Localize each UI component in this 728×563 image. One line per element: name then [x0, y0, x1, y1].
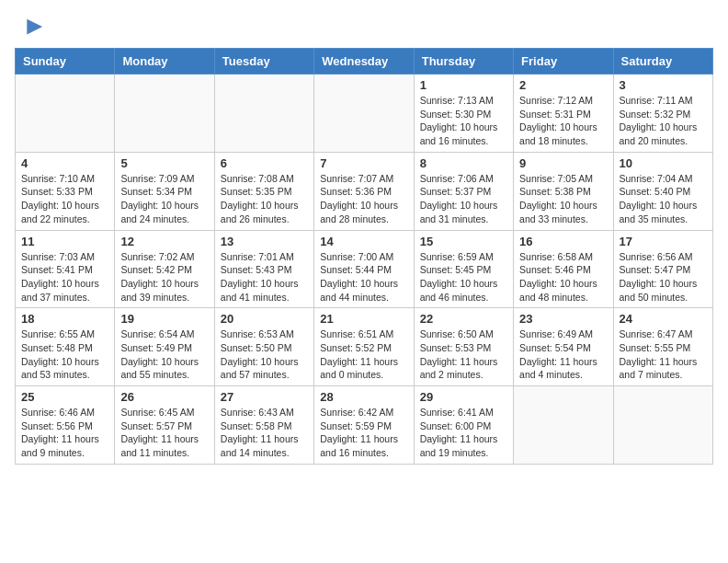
day-number: 6 — [221, 156, 308, 170]
calendar-cell: 1Sunrise: 7:13 AM Sunset: 5:30 PM Daylig… — [414, 75, 513, 153]
day-info: Sunrise: 6:45 AM Sunset: 5:57 PM Dayligh… — [120, 406, 208, 460]
day-info: Sunrise: 7:05 AM Sunset: 5:38 PM Dayligh… — [519, 172, 607, 226]
day-info: Sunrise: 6:58 AM Sunset: 5:46 PM Dayligh… — [519, 250, 607, 304]
calendar-cell: 9Sunrise: 7:05 AM Sunset: 5:38 PM Daylig… — [514, 152, 613, 230]
calendar-week-1: 1Sunrise: 7:13 AM Sunset: 5:30 PM Daylig… — [16, 75, 713, 153]
day-info: Sunrise: 7:12 AM Sunset: 5:31 PM Dayligh… — [519, 94, 607, 148]
day-info: Sunrise: 6:53 AM Sunset: 5:50 PM Dayligh… — [221, 327, 308, 382]
calendar-cell — [16, 75, 115, 153]
calendar-cell: 21Sunrise: 6:51 AM Sunset: 5:52 PM Dayli… — [314, 308, 414, 386]
day-info: Sunrise: 6:50 AM Sunset: 5:53 PM Dayligh… — [420, 327, 507, 382]
day-number: 4 — [21, 156, 108, 170]
calendar-cell — [613, 386, 712, 465]
calendar-cell — [314, 75, 414, 153]
calendar-cell: 28Sunrise: 6:42 AM Sunset: 5:59 PM Dayli… — [314, 386, 414, 465]
calendar-cell: 18Sunrise: 6:55 AM Sunset: 5:48 PM Dayli… — [16, 308, 115, 386]
day-number: 5 — [120, 156, 208, 170]
calendar-cell: 19Sunrise: 6:54 AM Sunset: 5:49 PM Dayli… — [115, 308, 214, 386]
day-info: Sunrise: 7:00 AM Sunset: 5:44 PM Dayligh… — [320, 250, 407, 304]
logo-icon — [18, 15, 44, 40]
calendar-cell: 20Sunrise: 6:53 AM Sunset: 5:50 PM Dayli… — [214, 308, 313, 386]
day-info: Sunrise: 6:55 AM Sunset: 5:48 PM Dayligh… — [21, 327, 108, 382]
calendar-cell: 2Sunrise: 7:12 AM Sunset: 5:31 PM Daylig… — [514, 75, 613, 153]
day-number: 18 — [21, 312, 108, 326]
calendar-cell — [214, 75, 313, 153]
day-number: 14 — [320, 235, 407, 248]
calendar-cell: 16Sunrise: 6:58 AM Sunset: 5:46 PM Dayli… — [514, 230, 613, 308]
day-info: Sunrise: 7:06 AM Sunset: 5:37 PM Dayligh… — [420, 172, 507, 226]
calendar-cell: 25Sunrise: 6:46 AM Sunset: 5:56 PM Dayli… — [16, 386, 115, 465]
calendar-cell: 14Sunrise: 7:00 AM Sunset: 5:44 PM Dayli… — [314, 230, 414, 308]
page-header — [15, 15, 713, 40]
day-info: Sunrise: 6:59 AM Sunset: 5:45 PM Dayligh… — [420, 250, 507, 304]
day-info: Sunrise: 7:10 AM Sunset: 5:33 PM Dayligh… — [21, 172, 108, 226]
calendar-cell: 27Sunrise: 6:43 AM Sunset: 5:58 PM Dayli… — [214, 386, 313, 465]
day-number: 7 — [320, 156, 407, 170]
day-header-sunday: Sunday — [16, 49, 115, 75]
calendar-cell: 13Sunrise: 7:01 AM Sunset: 5:43 PM Dayli… — [214, 230, 313, 308]
calendar-cell: 5Sunrise: 7:09 AM Sunset: 5:34 PM Daylig… — [115, 152, 214, 230]
calendar-header-row: SundayMondayTuesdayWednesdayThursdayFrid… — [16, 49, 713, 75]
calendar-cell: 8Sunrise: 7:06 AM Sunset: 5:37 PM Daylig… — [414, 152, 513, 230]
day-info: Sunrise: 6:54 AM Sunset: 5:49 PM Dayligh… — [120, 327, 208, 382]
calendar-cell: 17Sunrise: 6:56 AM Sunset: 5:47 PM Dayli… — [613, 230, 712, 308]
calendar-cell: 26Sunrise: 6:45 AM Sunset: 5:57 PM Dayli… — [115, 386, 214, 465]
day-number: 25 — [21, 390, 108, 404]
day-info: Sunrise: 6:46 AM Sunset: 5:56 PM Dayligh… — [21, 406, 108, 460]
day-info: Sunrise: 7:04 AM Sunset: 5:40 PM Dayligh… — [620, 172, 707, 226]
day-number: 27 — [221, 390, 308, 404]
day-number: 13 — [221, 235, 308, 248]
day-info: Sunrise: 6:42 AM Sunset: 5:59 PM Dayligh… — [320, 406, 407, 460]
day-header-saturday: Saturday — [613, 49, 712, 75]
calendar-cell: 6Sunrise: 7:08 AM Sunset: 5:35 PM Daylig… — [214, 152, 313, 230]
day-number: 28 — [320, 390, 407, 404]
day-info: Sunrise: 6:56 AM Sunset: 5:47 PM Dayligh… — [620, 250, 707, 304]
day-info: Sunrise: 6:51 AM Sunset: 5:52 PM Dayligh… — [320, 327, 407, 382]
day-info: Sunrise: 7:11 AM Sunset: 5:32 PM Dayligh… — [620, 94, 707, 148]
day-number: 9 — [519, 156, 607, 170]
calendar-cell: 12Sunrise: 7:02 AM Sunset: 5:42 PM Dayli… — [115, 230, 214, 308]
calendar-cell: 7Sunrise: 7:07 AM Sunset: 5:36 PM Daylig… — [314, 152, 414, 230]
day-number: 3 — [620, 78, 707, 92]
calendar-cell: 22Sunrise: 6:50 AM Sunset: 5:53 PM Dayli… — [414, 308, 513, 386]
day-info: Sunrise: 6:43 AM Sunset: 5:58 PM Dayligh… — [221, 406, 308, 460]
day-number: 16 — [519, 235, 607, 248]
day-header-tuesday: Tuesday — [214, 49, 313, 75]
calendar-cell — [514, 386, 613, 465]
calendar-cell: 4Sunrise: 7:10 AM Sunset: 5:33 PM Daylig… — [16, 152, 115, 230]
day-info: Sunrise: 7:02 AM Sunset: 5:42 PM Dayligh… — [120, 250, 208, 304]
day-info: Sunrise: 7:13 AM Sunset: 5:30 PM Dayligh… — [420, 94, 507, 148]
day-number: 2 — [519, 78, 607, 92]
day-number: 17 — [620, 235, 707, 248]
day-header-wednesday: Wednesday — [314, 49, 414, 75]
day-number: 1 — [420, 78, 507, 92]
day-header-thursday: Thursday — [414, 49, 513, 75]
calendar-cell: 15Sunrise: 6:59 AM Sunset: 5:45 PM Dayli… — [414, 230, 513, 308]
calendar-table: SundayMondayTuesdayWednesdayThursdayFrid… — [15, 48, 713, 465]
calendar-week-5: 25Sunrise: 6:46 AM Sunset: 5:56 PM Dayli… — [16, 386, 713, 465]
day-number: 26 — [120, 390, 208, 404]
calendar-week-2: 4Sunrise: 7:10 AM Sunset: 5:33 PM Daylig… — [16, 152, 713, 230]
calendar-cell: 29Sunrise: 6:41 AM Sunset: 6:00 PM Dayli… — [414, 386, 513, 465]
day-number: 23 — [519, 312, 607, 326]
day-header-monday: Monday — [115, 49, 214, 75]
day-number: 11 — [21, 235, 108, 248]
logo — [15, 15, 44, 40]
calendar-week-3: 11Sunrise: 7:03 AM Sunset: 5:41 PM Dayli… — [16, 230, 713, 308]
day-number: 21 — [320, 312, 407, 326]
day-info: Sunrise: 6:47 AM Sunset: 5:55 PM Dayligh… — [620, 327, 707, 382]
day-header-friday: Friday — [514, 49, 613, 75]
day-number: 15 — [420, 235, 507, 248]
calendar-week-4: 18Sunrise: 6:55 AM Sunset: 5:48 PM Dayli… — [16, 308, 713, 386]
calendar-cell — [115, 75, 214, 153]
day-number: 20 — [221, 312, 308, 326]
calendar-cell: 11Sunrise: 7:03 AM Sunset: 5:41 PM Dayli… — [16, 230, 115, 308]
day-info: Sunrise: 7:08 AM Sunset: 5:35 PM Dayligh… — [221, 172, 308, 226]
day-info: Sunrise: 7:09 AM Sunset: 5:34 PM Dayligh… — [120, 172, 208, 226]
day-info: Sunrise: 7:03 AM Sunset: 5:41 PM Dayligh… — [21, 250, 108, 304]
day-info: Sunrise: 7:01 AM Sunset: 5:43 PM Dayligh… — [221, 250, 308, 304]
calendar-cell: 3Sunrise: 7:11 AM Sunset: 5:32 PM Daylig… — [613, 75, 712, 153]
day-number: 19 — [120, 312, 208, 326]
calendar-cell: 23Sunrise: 6:49 AM Sunset: 5:54 PM Dayli… — [514, 308, 613, 386]
day-number: 10 — [620, 156, 707, 170]
